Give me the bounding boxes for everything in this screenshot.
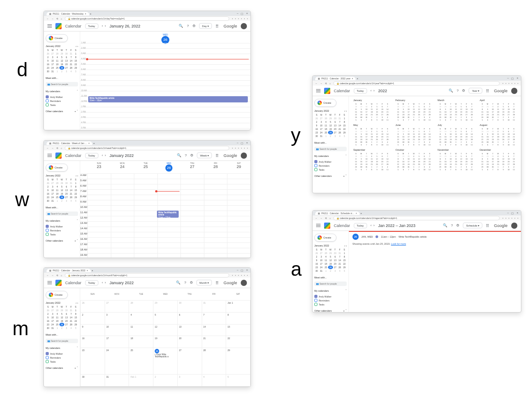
nav-fwd-icon[interactable]: → [320, 217, 322, 219]
mini-day[interactable]: 13 [333, 124, 337, 127]
month-cell[interactable]: 16 [81, 336, 105, 348]
mini-day[interactable]: 21 [69, 319, 73, 323]
month-cell[interactable]: 24 [105, 348, 129, 375]
mini-day[interactable]: 2 [328, 134, 332, 138]
month-cell[interactable]: 25 [129, 348, 153, 375]
ext2-icon[interactable]: • [512, 217, 512, 219]
nav-back-icon[interactable]: ← [315, 217, 317, 219]
month-cell[interactable]: 3 [177, 375, 202, 387]
avatar[interactable] [511, 223, 517, 229]
calendar-item[interactable]: Reminders [46, 356, 78, 359]
checkbox[interactable] [46, 99, 49, 102]
mini-day[interactable]: 8 [74, 185, 78, 188]
mini-day[interactable]: 9 [46, 316, 50, 319]
my-calendars-label[interactable]: My calendars˄ [314, 155, 347, 157]
mini-day[interactable]: 6 [64, 312, 69, 316]
mini-day[interactable]: 4 [337, 269, 342, 273]
checkbox[interactable] [46, 229, 49, 232]
checkbox[interactable] [46, 233, 49, 236]
mini-day[interactable]: 24 [50, 323, 55, 326]
calendar-item[interactable]: Andy Wolber [314, 160, 347, 163]
ext2-icon[interactable]: • [241, 17, 242, 20]
add-calendar-icon[interactable]: + ˄ [74, 239, 78, 242]
mini-day[interactable]: 16 [46, 192, 50, 196]
mini-day[interactable]: 18 [55, 192, 59, 196]
today-button[interactable]: Today [354, 223, 367, 228]
today-button[interactable]: Today [85, 23, 98, 29]
mini-day[interactable]: 5 [342, 269, 347, 273]
mini-day[interactable]: 31 [319, 269, 323, 273]
mini-day[interactable]: 2 [46, 55, 50, 59]
mini-calendar[interactable]: January 2022‹ ›SMTWTFS262728293031123456… [46, 301, 78, 330]
mini-day[interactable]: 5 [74, 70, 78, 73]
mini-day[interactable]: 27 [50, 52, 55, 55]
mini-calendar[interactable]: January 2022‹ ›SMTWTFS262728293031123456… [46, 45, 78, 73]
calendar-event[interactable]: Write TechRepublic article11am – 12pm [157, 211, 179, 218]
mini-day[interactable]: 7 [337, 120, 342, 124]
mini-day[interactable]: 31 [69, 309, 73, 312]
mini-day[interactable]: 26 [59, 323, 64, 326]
month-cell[interactable]: 15 [226, 324, 250, 336]
mini-day[interactable]: 3 [64, 70, 69, 73]
reload-icon[interactable]: ⟲ [56, 147, 58, 149]
search-people-input[interactable]: 👥 Search for people [46, 82, 78, 86]
mini-day[interactable]: 25 [324, 131, 328, 134]
menu-icon[interactable]: • [247, 17, 248, 20]
avatar[interactable] [241, 23, 247, 29]
mini-day[interactable]: 8 [342, 255, 347, 258]
mini-day[interactable]: 26 [59, 196, 64, 199]
year-month[interactable]: JanuarySMTWTFS28293045678910111213141516… [353, 99, 390, 121]
help-icon[interactable]: ? [451, 223, 453, 227]
mini-day[interactable]: 29 [59, 309, 64, 312]
my-calendars-label[interactable]: My calendars˄ [314, 289, 347, 292]
mini-day[interactable]: 27 [333, 266, 337, 269]
mini-day[interactable]: 30 [64, 309, 69, 312]
menu-icon[interactable] [47, 153, 52, 158]
week-day-header[interactable]: WED26 [157, 161, 181, 172]
nav-back-icon[interactable]: ← [47, 274, 49, 277]
mini-day[interactable]: 4 [55, 312, 59, 316]
mini-day[interactable]: 23 [46, 323, 50, 326]
month-cell[interactable]: 5 [153, 312, 178, 324]
apps-icon[interactable] [215, 153, 220, 158]
mini-day[interactable]: 25 [55, 323, 59, 326]
reload-icon[interactable]: ⟲ [325, 82, 327, 85]
profile-icon[interactable]: • [514, 217, 515, 219]
ext-icon[interactable]: • [509, 82, 509, 85]
mini-day[interactable]: 31 [337, 117, 342, 120]
share-icon[interactable]: • [502, 82, 503, 85]
mini-day[interactable]: 1 [342, 117, 347, 120]
mini-day[interactable]: 15 [342, 258, 347, 262]
month-cell[interactable]: 11 [129, 324, 153, 336]
checkbox[interactable] [314, 168, 317, 171]
mini-day[interactable]: 8 [342, 120, 347, 124]
mini-day[interactable]: 5 [59, 55, 64, 59]
mini-day[interactable]: 14 [69, 59, 73, 63]
mini-day[interactable]: 30 [46, 199, 50, 203]
month-cell[interactable]: Jan 1 [226, 301, 250, 313]
mini-nav[interactable]: ‹ › [76, 174, 78, 177]
browser-tab[interactable]: ▦PA211 · Calendar · Wednesday× [47, 12, 89, 16]
mini-day[interactable]: 17 [50, 63, 55, 66]
mini-day[interactable]: 3 [319, 120, 323, 124]
help-icon[interactable]: ? [187, 24, 188, 28]
mini-day[interactable]: 28 [69, 66, 73, 70]
week-grid[interactable]: 4 AM5 AM6 AM7 AM8 AM9 AM10 AM11 AM12 AM1… [80, 173, 250, 258]
close-icon[interactable]: × [88, 142, 90, 145]
mini-day[interactable]: 11 [55, 188, 59, 192]
month-cell[interactable]: 28 [129, 301, 153, 313]
mini-day[interactable]: 27 [319, 251, 323, 255]
avatar[interactable] [241, 280, 247, 286]
browser-tab[interactable]: ▦PA211 · Calendar · Schedule vi…× [315, 211, 360, 215]
search-people-input[interactable]: 👥 Search for people [46, 211, 78, 216]
apps-icon[interactable] [215, 24, 220, 28]
window-close-icon[interactable]: × [516, 211, 518, 215]
mini-day[interactable]: 10 [50, 59, 55, 63]
view-selector[interactable]: Day ▾ [199, 23, 212, 29]
close-icon[interactable]: × [356, 212, 357, 215]
star-icon[interactable]: • [235, 274, 236, 277]
other-calendars-label[interactable]: Other calendars+ ˄ [46, 110, 78, 113]
mini-day[interactable]: 3 [319, 255, 323, 258]
share-icon[interactable]: • [232, 147, 233, 149]
address-input[interactable]: 🔒 calendar.google.com/calendar/u/1/r/age… [333, 216, 500, 220]
